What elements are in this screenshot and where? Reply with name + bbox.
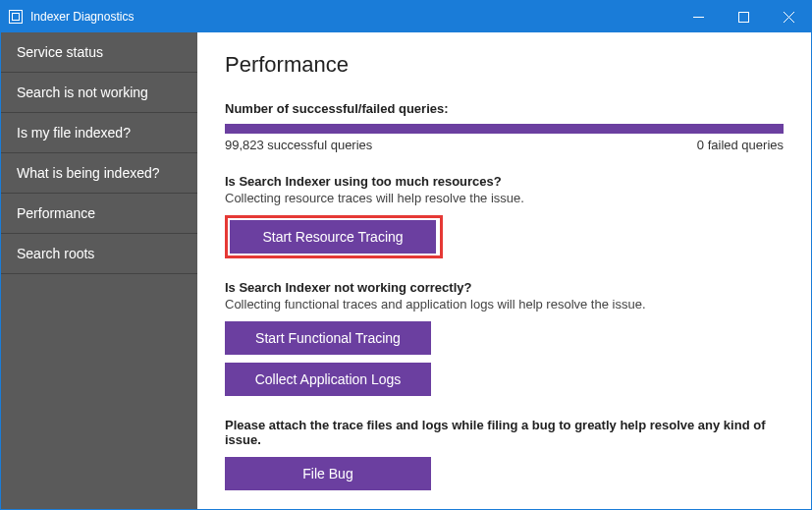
minimize-button[interactable] (676, 1, 721, 32)
sidebar-item-label: Search roots (17, 246, 94, 261)
successful-queries-text: 99,823 successful queries (225, 138, 372, 152)
sidebar-item-label: What is being indexed? (17, 165, 160, 181)
page-title: Performance (225, 52, 784, 78)
queries-heading: Number of successful/failed queries: (225, 101, 784, 116)
attach-heading: Please attach the trace files and logs w… (225, 418, 784, 447)
functional-block: Is Search Indexer not working correctly?… (225, 280, 784, 396)
titlebar: Indexer Diagnostics (1, 1, 811, 32)
attach-block: Please attach the trace files and logs w… (225, 418, 784, 490)
main-content: Performance Number of successful/failed … (197, 32, 811, 509)
queries-block: Number of successful/failed queries: 99,… (225, 101, 784, 152)
sidebar-item-search-roots[interactable]: Search roots (1, 234, 197, 274)
app-window: Indexer Diagnostics Service status Searc… (0, 0, 812, 510)
window-title: Indexer Diagnostics (30, 10, 676, 24)
resource-tracing-highlight: Start Resource Tracing (225, 215, 443, 258)
resource-heading: Is Search Indexer using too much resourc… (225, 174, 784, 189)
sidebar: Service status Search is not working Is … (1, 32, 197, 509)
file-bug-button[interactable]: File Bug (225, 457, 431, 490)
queries-stats-row: 99,823 successful queries 0 failed queri… (225, 138, 784, 152)
close-icon (784, 12, 794, 23)
sidebar-item-label: Search is not working (17, 85, 148, 100)
sidebar-item-search-not-working[interactable]: Search is not working (1, 73, 197, 113)
sidebar-item-being-indexed[interactable]: What is being indexed? (1, 153, 197, 194)
maximize-icon (738, 12, 749, 23)
minimize-icon (693, 12, 704, 23)
functional-subtext: Collecting functional traces and applica… (225, 297, 784, 312)
window-body: Service status Search is not working Is … (1, 32, 811, 509)
sidebar-item-label: Is my file indexed? (17, 125, 131, 141)
app-icon (9, 10, 23, 24)
start-resource-tracing-button[interactable]: Start Resource Tracing (230, 220, 436, 254)
sidebar-item-label: Service status (17, 44, 103, 60)
sidebar-item-service-status[interactable]: Service status (1, 32, 197, 73)
close-button[interactable] (766, 1, 811, 32)
functional-heading: Is Search Indexer not working correctly? (225, 280, 784, 295)
svg-rect-1 (738, 12, 748, 22)
sidebar-item-label: Performance (17, 205, 95, 221)
sidebar-item-performance[interactable]: Performance (1, 194, 197, 234)
window-controls (676, 1, 811, 32)
collect-application-logs-button[interactable]: Collect Application Logs (225, 363, 431, 396)
start-functional-tracing-button[interactable]: Start Functional Tracing (225, 321, 431, 355)
maximize-button[interactable] (721, 1, 766, 32)
resource-block: Is Search Indexer using too much resourc… (225, 174, 784, 258)
resource-subtext: Collecting resource traces will help res… (225, 191, 784, 205)
queries-progress-bar (225, 124, 784, 134)
sidebar-item-file-indexed[interactable]: Is my file indexed? (1, 113, 197, 153)
failed-queries-text: 0 failed queries (697, 138, 784, 152)
